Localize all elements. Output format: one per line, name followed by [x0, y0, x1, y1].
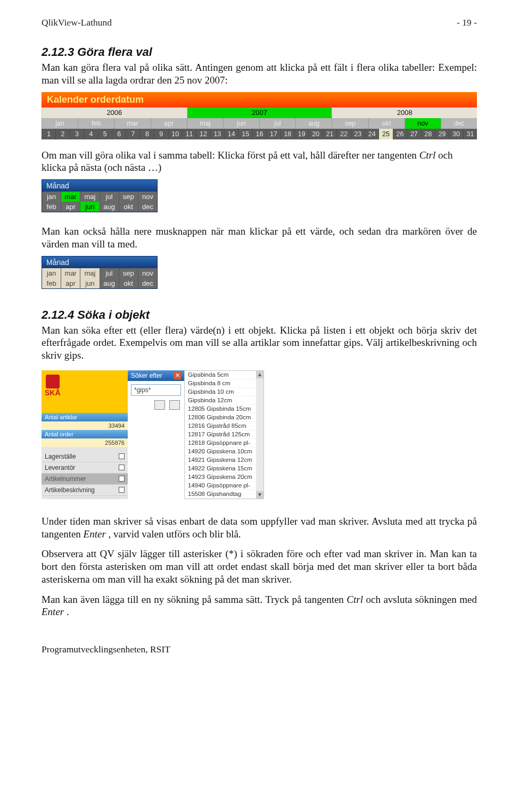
month-small-cell[interactable]: jul [100, 268, 119, 278]
cancel-button[interactable] [169, 400, 180, 410]
day-cell[interactable]: 31 [463, 129, 477, 139]
month-small-cell[interactable]: sep [119, 192, 138, 202]
month-small-cell[interactable]: jan [42, 268, 61, 278]
result-item[interactable]: Gipsbinda 5cm [185, 371, 263, 379]
scrollbar[interactable] [256, 371, 263, 499]
month-cell[interactable]: maj [187, 118, 223, 129]
result-item[interactable]: 12816 Gipstråd 85cm [185, 422, 263, 430]
month-cell[interactable]: nov [405, 118, 441, 129]
year-cell[interactable]: 2007 [187, 107, 332, 118]
day-cell[interactable]: 2 [55, 129, 69, 139]
month-small-cell[interactable]: jun [80, 278, 99, 288]
month-cell[interactable]: apr [151, 118, 187, 129]
expand-icon[interactable] [119, 465, 125, 470]
month-small-cell[interactable]: maj [80, 192, 99, 202]
day-cell[interactable]: 5 [98, 129, 112, 139]
month-small-cell[interactable]: nov [138, 268, 157, 278]
confirm-button[interactable] [154, 400, 165, 410]
day-cell[interactable]: 8 [140, 129, 154, 139]
month-cell[interactable]: aug [295, 118, 332, 129]
month-small-cell[interactable]: mar [61, 192, 80, 202]
scroll-down-icon[interactable]: ▼ [256, 491, 263, 499]
month-small-cell[interactable]: okt [119, 278, 138, 288]
day-cell[interactable]: 29 [435, 129, 449, 139]
day-cell[interactable]: 26 [393, 129, 407, 139]
day-cell[interactable]: 16 [252, 129, 266, 139]
day-cell[interactable]: 23 [351, 129, 365, 139]
expand-icon[interactable] [119, 453, 125, 459]
expand-icon[interactable] [119, 476, 125, 482]
day-cell[interactable]: 13 [210, 129, 224, 139]
expand-icon[interactable] [119, 487, 125, 493]
day-cell[interactable]: 21 [323, 129, 336, 139]
day-cell[interactable]: 3 [70, 129, 84, 139]
result-item[interactable]: 12805 Gipsbinda 15cm [185, 405, 263, 413]
category-artikelbeskrivning[interactable]: Artikelbeskrivning [42, 485, 128, 496]
day-cell[interactable]: 24 [365, 129, 378, 139]
result-item[interactable]: 14923 Gipsskena 20cm [185, 473, 263, 482]
day-cell[interactable]: 17 [266, 129, 280, 139]
month-small-cell[interactable]: aug [100, 278, 119, 288]
category-leverantor[interactable]: Leverantör [42, 462, 128, 474]
day-cell[interactable]: 4 [84, 129, 97, 139]
day-cell[interactable]: 1 [42, 129, 55, 139]
day-cell[interactable]: 14 [224, 129, 238, 139]
result-item[interactable]: Gipsbinda 12cm [185, 396, 263, 405]
month-cell[interactable]: feb [78, 118, 114, 129]
month-small-cell[interactable]: feb [42, 202, 61, 212]
month-small-cell[interactable]: jan [42, 192, 61, 202]
month-small-cell[interactable]: aug [100, 202, 119, 212]
result-item[interactable]: 15508 Gipshandtag [185, 490, 263, 499]
month-small-cell[interactable]: sep [119, 268, 138, 278]
result-item[interactable]: 12806 Gipsbinda 20cm [185, 413, 263, 422]
day-cell[interactable]: 12 [196, 129, 210, 139]
search-input[interactable]: *gips* [131, 384, 181, 396]
close-icon[interactable]: ✕ [174, 372, 181, 379]
month-small-cell[interactable]: jun [80, 202, 99, 212]
month-small-cell[interactable]: maj [80, 268, 99, 278]
result-item[interactable]: 14922 Gipsskena 15cm [185, 465, 263, 473]
day-cell[interactable]: 10 [168, 129, 182, 139]
day-cell[interactable]: 7 [126, 129, 139, 139]
day-cell[interactable]: 28 [421, 129, 435, 139]
day-cell[interactable]: 27 [407, 129, 421, 139]
day-cell[interactable]: 11 [182, 129, 196, 139]
day-cell[interactable]: 6 [112, 129, 126, 139]
result-item[interactable]: Gipsbinda 10 cm [185, 388, 263, 396]
category-lagerstalle[interactable]: Lagerställe [42, 451, 128, 462]
result-item[interactable]: 14920 Gipsskena 10cm [185, 448, 263, 456]
result-item[interactable]: 12817 Gipstråd 125cm [185, 430, 263, 439]
month-small-cell[interactable]: okt [119, 202, 138, 212]
day-cell[interactable]: 22 [336, 129, 350, 139]
month-small-cell[interactable]: nov [138, 192, 157, 202]
day-cell[interactable]: 30 [449, 129, 463, 139]
month-cell[interactable]: jan [42, 118, 78, 129]
result-item[interactable]: 14940 Gipsöppnare pl- [185, 482, 263, 490]
month-small-cell[interactable]: feb [42, 278, 61, 288]
day-cell[interactable]: 20 [308, 129, 322, 139]
month-cell[interactable]: sep [332, 118, 368, 129]
month-cell[interactable]: dec [441, 118, 477, 129]
scroll-up-icon[interactable]: ▲ [256, 371, 263, 378]
category-artikelnummer[interactable]: Artikelnummer [42, 474, 128, 485]
year-cell[interactable]: 2006 [42, 107, 187, 118]
month-cell[interactable]: jun [223, 118, 259, 129]
result-item[interactable]: 14921 Gipsskena 12cm [185, 456, 263, 465]
month-cell[interactable]: jul [259, 118, 295, 129]
month-small-cell[interactable]: apr [61, 278, 80, 288]
month-small-cell[interactable]: dec [138, 202, 157, 212]
day-cell[interactable]: 9 [154, 129, 168, 139]
day-cell[interactable]: 18 [281, 129, 294, 139]
month-cell[interactable]: okt [368, 118, 405, 129]
result-item[interactable]: Gipsbinda 8 cm [185, 379, 263, 388]
day-cell[interactable]: 25 [378, 129, 392, 139]
month-small-cell[interactable]: dec [138, 278, 157, 288]
result-item[interactable]: 12818 Gipsöppnare pl- [185, 439, 263, 448]
month-small-cell[interactable]: apr [61, 202, 80, 212]
day-cell[interactable]: 19 [294, 129, 308, 139]
month-small-cell[interactable]: jul [100, 192, 119, 202]
month-cell[interactable]: mar [114, 118, 150, 129]
year-cell[interactable]: 2008 [332, 107, 477, 118]
month-small-cell[interactable]: mar [61, 268, 80, 278]
day-cell[interactable]: 15 [238, 129, 252, 139]
